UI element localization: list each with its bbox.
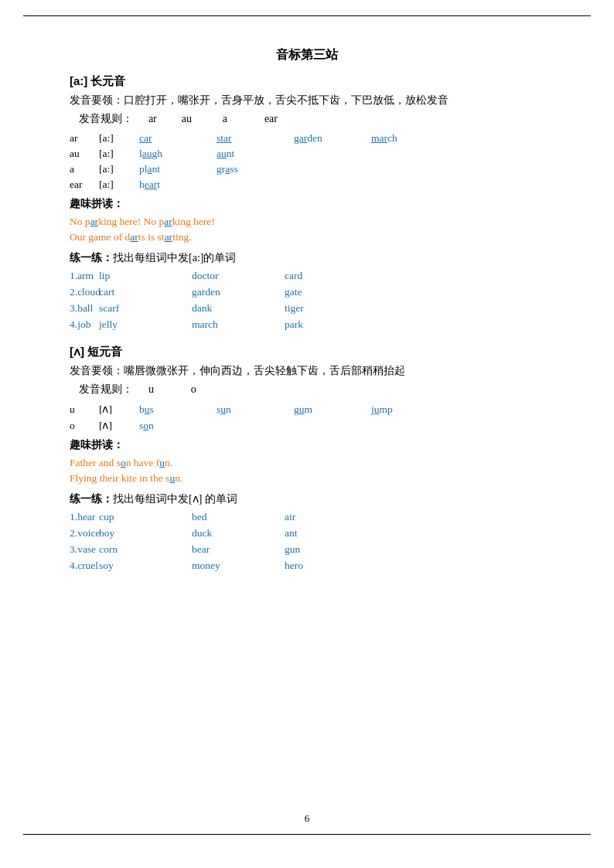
ex2-w2: bed xyxy=(192,511,285,523)
word-aunt: aunt xyxy=(217,148,294,160)
word-son: son xyxy=(139,420,217,432)
words-a: plant grass xyxy=(139,163,294,175)
page-number: 6 xyxy=(23,812,591,825)
word-jump: jump xyxy=(371,403,449,416)
ex1-w3: card xyxy=(285,270,377,282)
phonetic-row-au: au [a:] laugh aunt xyxy=(70,148,544,160)
section2-rules: 发音规则： u o xyxy=(70,383,544,397)
phonetic-row-ear: ear [a:] heart xyxy=(70,179,544,191)
highlight-ar2: ar xyxy=(164,216,172,227)
word-gum: gum xyxy=(294,403,371,416)
word-grass: grass xyxy=(217,163,294,175)
ex2-row4: 4.cruel soy money hero xyxy=(70,560,544,572)
section1-phonetic-table: ar [a:] car star garden march au [a:] la… xyxy=(70,132,544,191)
ipa-ar: [a:] xyxy=(99,132,139,145)
word-car: car xyxy=(139,132,217,145)
ex1-num4: 4.job xyxy=(70,318,99,331)
words-u: bus sun gum jump xyxy=(139,403,449,416)
section1-desc: 发音要领：口腔打开，嘴张开，舌身平放，舌尖不抵下齿，下巴放低，放松发音 xyxy=(70,94,544,107)
ex2-w12: hero xyxy=(285,560,377,572)
key-ar: ar xyxy=(70,132,99,145)
ex1-row4: 4.job jelly march park xyxy=(70,318,544,331)
ipa-au: [a:] xyxy=(99,148,139,160)
section1-exercise-label: 练一练：找出每组词中发[a:]的单词 xyxy=(70,251,544,265)
key-u: u xyxy=(70,403,99,416)
section2-sentence2: Flying their kite in the sun. xyxy=(70,472,544,485)
ex2-w7: corn xyxy=(99,543,192,556)
word-sun: sun xyxy=(217,403,294,416)
word-bus: bus xyxy=(139,403,217,416)
phonetic-row-a: a [a:] plant grass xyxy=(70,163,544,175)
ex2-row1: 1.hear cup bed air xyxy=(70,511,544,523)
ipa-u: [ʌ] xyxy=(99,403,139,416)
ipa-a: [a:] xyxy=(99,163,139,175)
page-title: 音标第三站 xyxy=(70,47,544,63)
highlight-u2: u xyxy=(169,472,175,484)
ex1-w7: scarf xyxy=(99,302,192,315)
ex2-row2: 2.voice boy duck ant xyxy=(70,527,544,540)
key-a: a xyxy=(70,163,99,175)
highlight-ar4: ar xyxy=(165,231,173,243)
words-ar: car star garden march xyxy=(139,132,449,145)
ex2-w4: boy xyxy=(99,527,192,540)
phonetic-row-o: o [ʌ] son xyxy=(70,419,544,432)
ex1-w2: doctor xyxy=(192,270,285,282)
ex2-w3: air xyxy=(285,511,377,523)
ex2-num2: 2.voice xyxy=(70,527,99,540)
words-au: laugh aunt xyxy=(139,148,294,160)
ex2-w10: soy xyxy=(99,560,192,572)
ex2-w8: bear xyxy=(192,543,285,556)
ex2-w9: gun xyxy=(285,543,377,556)
ipa-o: [ʌ] xyxy=(99,419,139,432)
word-laugh: laugh xyxy=(139,148,217,160)
section1-fun-label: 趣味拼读： xyxy=(70,197,544,211)
ex1-w10: jelly xyxy=(99,318,192,331)
page-container: 音标第三站 [a:] 长元音 发音要领：口腔打开，嘴张开，舌身平放，舌尖不抵下齿… xyxy=(23,15,591,835)
section1-sentence1: No parking here! No parking here! xyxy=(70,216,544,228)
section1-rules: 发音规则： ar au a ear xyxy=(70,112,544,126)
ex1-row2: 2.cloud cart garden gate xyxy=(70,286,544,298)
ex2-num4: 4.cruel xyxy=(70,560,99,572)
ex1-w8: dank xyxy=(192,302,285,315)
section2-exercise-label: 练一练：找出每组词中发[ʌ] 的单词 xyxy=(70,492,544,506)
section2-phonetic-table: u [ʌ] bus sun gum jump o [ʌ] son xyxy=(70,403,544,432)
highlight-u1: u xyxy=(159,457,165,468)
section2-sentence1: Father and son have fun. xyxy=(70,457,544,469)
phonetic-row-u: u [ʌ] bus sun gum jump xyxy=(70,403,544,416)
ex1-row1: 1.arm lip doctor card xyxy=(70,270,544,282)
ex2-w1: cup xyxy=(99,511,192,523)
phonetic-row-ar: ar [a:] car star garden march xyxy=(70,132,544,145)
words-ear: heart xyxy=(139,179,217,191)
word-heart: heart xyxy=(139,179,217,191)
ex1-row3: 3.ball scarf dank tiger xyxy=(70,302,544,315)
word-plant: plant xyxy=(139,163,217,175)
section2-fun-label: 趣味拼读： xyxy=(70,438,544,452)
ex1-num2: 2.cloud xyxy=(70,286,99,298)
ex2-row3: 3.vase corn bear gun xyxy=(70,543,544,556)
highlight-ar1: ar xyxy=(90,216,99,227)
ex1-w1: lip xyxy=(99,270,192,282)
section1-sentence2: Our game of darts is starting. xyxy=(70,231,544,243)
section1-header: [a:] 长元音 xyxy=(70,74,544,89)
ex2-num1: 1.hear xyxy=(70,511,99,523)
ex2-num3: 3.vase xyxy=(70,543,99,556)
words-o: son xyxy=(139,420,217,432)
ex2-w5: duck xyxy=(192,527,285,540)
ex1-w6: gate xyxy=(285,286,377,298)
ex1-w11: march xyxy=(192,318,285,331)
word-garden: garden xyxy=(294,132,371,145)
ex1-w4: cart xyxy=(99,286,192,298)
ex1-w9: tiger xyxy=(285,302,377,315)
section2-desc: 发音要领：嘴唇微微张开，伸向西边，舌尖轻触下齿，舌后部稍稍抬起 xyxy=(70,364,544,378)
ipa-ear: [a:] xyxy=(99,179,139,191)
word-star: star xyxy=(217,132,294,145)
ex1-w5: garden xyxy=(192,286,285,298)
ex1-num1: 1.arm xyxy=(70,270,99,282)
word-march: march xyxy=(371,132,449,145)
ex1-num3: 3.ball xyxy=(70,302,99,315)
highlight-ar3: ar xyxy=(130,231,138,243)
ex2-w6: ant xyxy=(285,527,377,540)
ex1-w12: park xyxy=(285,318,377,331)
key-o: o xyxy=(70,420,99,432)
key-ear: ear xyxy=(70,179,99,191)
